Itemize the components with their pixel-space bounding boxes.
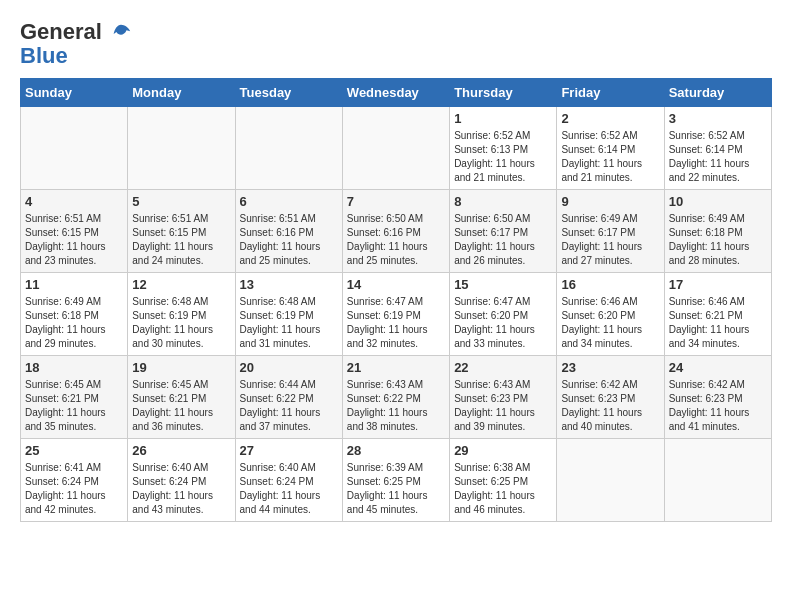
day-number: 2 — [561, 111, 659, 126]
day-number: 22 — [454, 360, 552, 375]
calendar-cell: 7Sunrise: 6:50 AMSunset: 6:16 PMDaylight… — [342, 190, 449, 273]
day-info: Sunrise: 6:43 AMSunset: 6:23 PMDaylight:… — [454, 378, 552, 434]
calendar-cell: 5Sunrise: 6:51 AMSunset: 6:15 PMDaylight… — [128, 190, 235, 273]
day-number: 1 — [454, 111, 552, 126]
col-header-thursday: Thursday — [450, 79, 557, 107]
day-info: Sunrise: 6:48 AMSunset: 6:19 PMDaylight:… — [132, 295, 230, 351]
day-info: Sunrise: 6:51 AMSunset: 6:16 PMDaylight:… — [240, 212, 338, 268]
calendar-cell: 3Sunrise: 6:52 AMSunset: 6:14 PMDaylight… — [664, 107, 771, 190]
week-row-5: 25Sunrise: 6:41 AMSunset: 6:24 PMDayligh… — [21, 439, 772, 522]
day-number: 9 — [561, 194, 659, 209]
day-number: 18 — [25, 360, 123, 375]
col-header-sunday: Sunday — [21, 79, 128, 107]
calendar-cell: 26Sunrise: 6:40 AMSunset: 6:24 PMDayligh… — [128, 439, 235, 522]
day-number: 24 — [669, 360, 767, 375]
day-info: Sunrise: 6:40 AMSunset: 6:24 PMDaylight:… — [132, 461, 230, 517]
day-number: 23 — [561, 360, 659, 375]
calendar-cell — [128, 107, 235, 190]
week-row-1: 1Sunrise: 6:52 AMSunset: 6:13 PMDaylight… — [21, 107, 772, 190]
calendar-cell: 18Sunrise: 6:45 AMSunset: 6:21 PMDayligh… — [21, 356, 128, 439]
day-number: 21 — [347, 360, 445, 375]
day-number: 20 — [240, 360, 338, 375]
day-number: 6 — [240, 194, 338, 209]
logo-bird-icon — [110, 22, 132, 44]
col-header-tuesday: Tuesday — [235, 79, 342, 107]
calendar-cell: 16Sunrise: 6:46 AMSunset: 6:20 PMDayligh… — [557, 273, 664, 356]
day-number: 5 — [132, 194, 230, 209]
week-row-3: 11Sunrise: 6:49 AMSunset: 6:18 PMDayligh… — [21, 273, 772, 356]
page-header: General Blue — [20, 20, 772, 68]
day-info: Sunrise: 6:42 AMSunset: 6:23 PMDaylight:… — [669, 378, 767, 434]
day-number: 12 — [132, 277, 230, 292]
calendar-cell: 21Sunrise: 6:43 AMSunset: 6:22 PMDayligh… — [342, 356, 449, 439]
calendar-cell: 24Sunrise: 6:42 AMSunset: 6:23 PMDayligh… — [664, 356, 771, 439]
calendar-cell: 9Sunrise: 6:49 AMSunset: 6:17 PMDaylight… — [557, 190, 664, 273]
day-info: Sunrise: 6:49 AMSunset: 6:18 PMDaylight:… — [669, 212, 767, 268]
calendar-cell: 17Sunrise: 6:46 AMSunset: 6:21 PMDayligh… — [664, 273, 771, 356]
calendar-cell — [235, 107, 342, 190]
day-number: 16 — [561, 277, 659, 292]
day-info: Sunrise: 6:47 AMSunset: 6:20 PMDaylight:… — [454, 295, 552, 351]
calendar-cell: 28Sunrise: 6:39 AMSunset: 6:25 PMDayligh… — [342, 439, 449, 522]
col-header-wednesday: Wednesday — [342, 79, 449, 107]
calendar-cell: 12Sunrise: 6:48 AMSunset: 6:19 PMDayligh… — [128, 273, 235, 356]
day-info: Sunrise: 6:38 AMSunset: 6:25 PMDaylight:… — [454, 461, 552, 517]
calendar-header-row: SundayMondayTuesdayWednesdayThursdayFrid… — [21, 79, 772, 107]
logo-general: General — [20, 19, 102, 44]
day-info: Sunrise: 6:51 AMSunset: 6:15 PMDaylight:… — [25, 212, 123, 268]
day-info: Sunrise: 6:48 AMSunset: 6:19 PMDaylight:… — [240, 295, 338, 351]
col-header-friday: Friday — [557, 79, 664, 107]
calendar-cell — [557, 439, 664, 522]
day-number: 10 — [669, 194, 767, 209]
day-info: Sunrise: 6:46 AMSunset: 6:21 PMDaylight:… — [669, 295, 767, 351]
day-info: Sunrise: 6:52 AMSunset: 6:14 PMDaylight:… — [669, 129, 767, 185]
day-number: 29 — [454, 443, 552, 458]
day-info: Sunrise: 6:50 AMSunset: 6:16 PMDaylight:… — [347, 212, 445, 268]
calendar-cell: 23Sunrise: 6:42 AMSunset: 6:23 PMDayligh… — [557, 356, 664, 439]
week-row-2: 4Sunrise: 6:51 AMSunset: 6:15 PMDaylight… — [21, 190, 772, 273]
day-info: Sunrise: 6:40 AMSunset: 6:24 PMDaylight:… — [240, 461, 338, 517]
day-info: Sunrise: 6:52 AMSunset: 6:14 PMDaylight:… — [561, 129, 659, 185]
calendar-cell: 15Sunrise: 6:47 AMSunset: 6:20 PMDayligh… — [450, 273, 557, 356]
calendar-cell: 6Sunrise: 6:51 AMSunset: 6:16 PMDaylight… — [235, 190, 342, 273]
day-info: Sunrise: 6:45 AMSunset: 6:21 PMDaylight:… — [25, 378, 123, 434]
day-info: Sunrise: 6:41 AMSunset: 6:24 PMDaylight:… — [25, 461, 123, 517]
day-number: 15 — [454, 277, 552, 292]
day-info: Sunrise: 6:51 AMSunset: 6:15 PMDaylight:… — [132, 212, 230, 268]
day-number: 4 — [25, 194, 123, 209]
day-info: Sunrise: 6:45 AMSunset: 6:21 PMDaylight:… — [132, 378, 230, 434]
day-number: 17 — [669, 277, 767, 292]
day-number: 13 — [240, 277, 338, 292]
day-number: 26 — [132, 443, 230, 458]
calendar-cell: 27Sunrise: 6:40 AMSunset: 6:24 PMDayligh… — [235, 439, 342, 522]
col-header-monday: Monday — [128, 79, 235, 107]
day-info: Sunrise: 6:52 AMSunset: 6:13 PMDaylight:… — [454, 129, 552, 185]
day-info: Sunrise: 6:39 AMSunset: 6:25 PMDaylight:… — [347, 461, 445, 517]
calendar-cell: 25Sunrise: 6:41 AMSunset: 6:24 PMDayligh… — [21, 439, 128, 522]
day-number: 8 — [454, 194, 552, 209]
day-info: Sunrise: 6:49 AMSunset: 6:17 PMDaylight:… — [561, 212, 659, 268]
day-number: 27 — [240, 443, 338, 458]
day-info: Sunrise: 6:43 AMSunset: 6:22 PMDaylight:… — [347, 378, 445, 434]
calendar-cell: 29Sunrise: 6:38 AMSunset: 6:25 PMDayligh… — [450, 439, 557, 522]
day-info: Sunrise: 6:46 AMSunset: 6:20 PMDaylight:… — [561, 295, 659, 351]
calendar-cell: 11Sunrise: 6:49 AMSunset: 6:18 PMDayligh… — [21, 273, 128, 356]
day-number: 11 — [25, 277, 123, 292]
day-number: 25 — [25, 443, 123, 458]
calendar-cell: 2Sunrise: 6:52 AMSunset: 6:14 PMDaylight… — [557, 107, 664, 190]
logo-blue: Blue — [20, 44, 132, 68]
day-info: Sunrise: 6:50 AMSunset: 6:17 PMDaylight:… — [454, 212, 552, 268]
week-row-4: 18Sunrise: 6:45 AMSunset: 6:21 PMDayligh… — [21, 356, 772, 439]
calendar-cell: 1Sunrise: 6:52 AMSunset: 6:13 PMDaylight… — [450, 107, 557, 190]
day-number: 28 — [347, 443, 445, 458]
day-number: 7 — [347, 194, 445, 209]
calendar-cell — [664, 439, 771, 522]
day-number: 19 — [132, 360, 230, 375]
calendar-cell: 19Sunrise: 6:45 AMSunset: 6:21 PMDayligh… — [128, 356, 235, 439]
calendar-table: SundayMondayTuesdayWednesdayThursdayFrid… — [20, 78, 772, 522]
calendar-cell: 4Sunrise: 6:51 AMSunset: 6:15 PMDaylight… — [21, 190, 128, 273]
calendar-cell: 8Sunrise: 6:50 AMSunset: 6:17 PMDaylight… — [450, 190, 557, 273]
calendar-cell: 22Sunrise: 6:43 AMSunset: 6:23 PMDayligh… — [450, 356, 557, 439]
day-info: Sunrise: 6:42 AMSunset: 6:23 PMDaylight:… — [561, 378, 659, 434]
calendar-cell: 14Sunrise: 6:47 AMSunset: 6:19 PMDayligh… — [342, 273, 449, 356]
